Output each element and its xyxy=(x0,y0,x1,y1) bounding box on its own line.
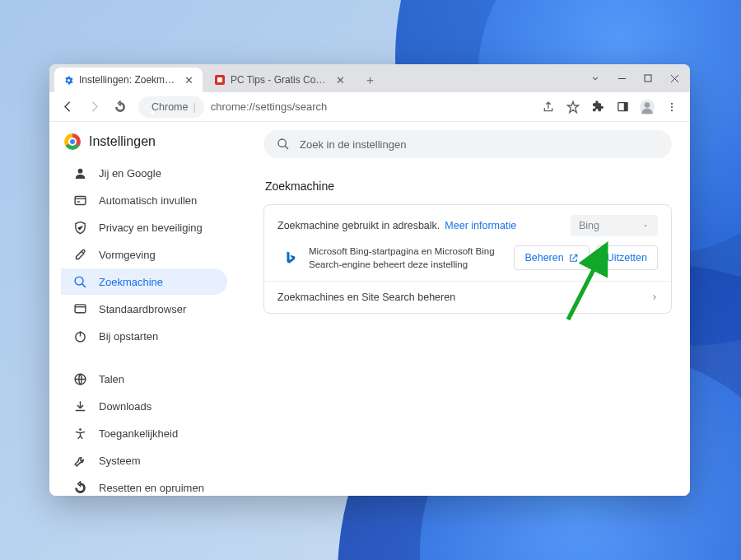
globe-icon xyxy=(72,371,87,386)
svg-rect-2 xyxy=(645,75,651,82)
svg-rect-1 xyxy=(217,77,222,82)
manage-button[interactable]: Beheren xyxy=(514,245,589,270)
bookmark-icon[interactable] xyxy=(562,96,585,119)
maximize-button[interactable] xyxy=(636,67,660,90)
bing-icon xyxy=(282,250,299,266)
close-button[interactable] xyxy=(662,67,687,90)
share-icon[interactable] xyxy=(537,96,560,119)
sidebar-item-label: Toegankelijkheid xyxy=(99,427,178,440)
power-icon xyxy=(72,329,87,343)
sidebar-item-search[interactable]: Zoekmachine xyxy=(61,268,227,295)
tab-strip: Instellingen: Zoekmachine ✕ PC Tips - Gr… xyxy=(49,64,690,92)
svg-point-6 xyxy=(645,102,650,108)
svg-rect-11 xyxy=(75,196,86,204)
a11y-icon xyxy=(72,426,87,441)
open-external-icon xyxy=(568,253,579,264)
settings-search-input[interactable]: Zoek in de instellingen xyxy=(263,130,672,158)
svg-point-8 xyxy=(671,105,673,107)
chevron-down-icon xyxy=(641,222,650,230)
profile-avatar[interactable] xyxy=(636,96,659,119)
tab-close-icon[interactable]: ✕ xyxy=(183,74,194,86)
browser-tab-active[interactable]: Instellingen: Zoekmachine ✕ xyxy=(54,68,203,92)
svg-point-16 xyxy=(79,428,82,431)
sidebar-item-autofill[interactable]: Automatisch invullen xyxy=(61,187,227,213)
tab-close-icon[interactable]: ✕ xyxy=(334,74,346,86)
svg-point-10 xyxy=(77,168,82,173)
svg-point-17 xyxy=(278,139,286,147)
svg-rect-4 xyxy=(623,103,627,111)
search-engine-select[interactable]: Bing xyxy=(571,215,658,236)
omnibox[interactable]: Chrome | chrome://settings/search xyxy=(135,96,534,119)
disable-button[interactable]: Uitzetten xyxy=(596,245,658,270)
side-panel-icon[interactable] xyxy=(611,96,634,119)
sidebar-item-label: Resetten en opruimen xyxy=(99,482,204,494)
sidebar-item-default[interactable]: Standaardbrowser xyxy=(61,296,227,322)
sidebar-item-reset[interactable]: Resetten en opruimen xyxy=(61,474,227,496)
settings-title: Instellingen xyxy=(89,134,156,149)
svg-point-9 xyxy=(671,109,673,110)
learn-more-link[interactable]: Meer informatie xyxy=(445,220,516,231)
tab-search-button[interactable] xyxy=(583,67,608,90)
omnibox-chip: Chrome | xyxy=(138,96,204,118)
omnibox-url: chrome://settings/search xyxy=(211,100,328,113)
gear-icon xyxy=(63,74,74,86)
chrome-logo-icon xyxy=(64,133,81,150)
manage-search-engines-row[interactable]: Zoekmachines en Site Search beheren xyxy=(264,282,671,313)
menu-icon[interactable] xyxy=(660,96,683,119)
sidebar-item-a11y[interactable]: Toegankelijkheid xyxy=(61,420,227,446)
sidebar-item-power[interactable]: Bij opstarten xyxy=(61,323,227,349)
person-icon xyxy=(72,166,87,180)
tab-title: PC Tips - Gratis Computer Tips, e xyxy=(231,74,329,86)
search-icon xyxy=(72,274,87,289)
section-title: Zoekmachine xyxy=(265,180,672,193)
default-icon xyxy=(72,301,87,316)
shield-icon xyxy=(72,220,87,235)
svg-point-12 xyxy=(75,277,83,285)
browser-toolbar: Chrome | chrome://settings/search xyxy=(49,92,690,122)
search-icon xyxy=(277,138,290,151)
minimize-button[interactable] xyxy=(609,67,634,90)
svg-point-7 xyxy=(671,102,673,104)
managed-description: Microsoft Bing-startpagina en Microsoft … xyxy=(309,245,504,271)
row-label: Zoekmachine gebruikt in adresbalk. xyxy=(277,220,440,231)
sidebar-item-label: Standaardbrowser xyxy=(99,303,186,315)
sidebar-item-label: Privacy en beveiliging xyxy=(99,222,203,234)
forward-button[interactable] xyxy=(82,96,105,119)
sidebar-item-globe[interactable]: Talen xyxy=(61,366,227,392)
extensions-icon[interactable] xyxy=(586,96,609,119)
new-tab-button[interactable]: ＋ xyxy=(359,69,380,91)
sidebar-item-shield[interactable]: Privacy en beveiliging xyxy=(61,214,227,240)
sidebar-item-wrench[interactable]: Systeem xyxy=(61,447,227,474)
sidebar-item-brush[interactable]: Vormgeving xyxy=(61,241,227,268)
reset-icon xyxy=(72,480,87,495)
settings-sidebar: Instellingen Jij en GoogleAutomatisch in… xyxy=(49,122,227,496)
browser-tab-inactive[interactable]: PC Tips - Gratis Computer Tips, e ✕ xyxy=(206,68,354,92)
tab-title: Instellingen: Zoekmachine xyxy=(79,74,178,86)
search-engine-card: Zoekmachine gebruikt in adresbalk. Meer … xyxy=(263,204,672,314)
brush-icon xyxy=(72,247,87,262)
download-icon xyxy=(72,399,87,413)
sidebar-item-label: Bij opstarten xyxy=(99,330,158,343)
chevron-right-icon xyxy=(651,292,658,302)
sidebar-item-download[interactable]: Downloads xyxy=(61,393,227,419)
browser-window: Instellingen: Zoekmachine ✕ PC Tips - Gr… xyxy=(49,64,690,496)
sidebar-item-person[interactable]: Jij en Google xyxy=(61,160,227,186)
sidebar-item-label: Automatisch invullen xyxy=(99,194,197,207)
settings-main: Zoek in de instellingen Zoekmachine Zoek… xyxy=(227,122,690,496)
back-button[interactable] xyxy=(56,96,79,119)
sidebar-item-label: Zoekmachine xyxy=(99,276,163,288)
reload-button[interactable] xyxy=(109,96,132,119)
sidebar-item-label: Talen xyxy=(99,373,124,385)
sidebar-item-label: Downloads xyxy=(99,400,151,413)
autofill-icon xyxy=(72,193,87,208)
sidebar-item-label: Vormgeving xyxy=(99,249,156,261)
search-placeholder: Zoek in de instellingen xyxy=(300,138,406,151)
sidebar-item-label: Systeem xyxy=(99,455,141,467)
sidebar-item-label: Jij en Google xyxy=(99,167,161,180)
site-favicon xyxy=(214,74,226,86)
wrench-icon xyxy=(72,453,87,468)
svg-rect-13 xyxy=(75,304,86,312)
